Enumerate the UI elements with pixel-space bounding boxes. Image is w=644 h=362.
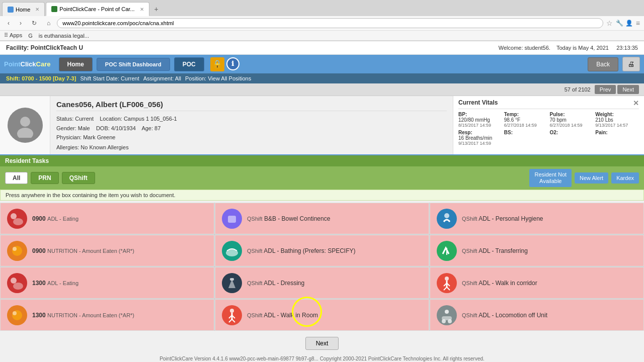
walk-room-icon <box>220 304 243 326</box>
avatar <box>8 108 43 143</box>
patient-nav: 57 of 2102 Prev Next <box>0 83 644 96</box>
welcome-text: Welcome: student56. <box>499 45 550 51</box>
bp-label: BP: <box>458 112 502 117</box>
vital-bp: BP: 120/80 mmHg 8/15/2017 14:59 <box>458 112 502 128</box>
task-qshift-dressing[interactable]: QShift ADL - Dressing <box>215 267 429 299</box>
resp-value: 16 Breaths/min <box>458 135 502 141</box>
apps-bookmark[interactable]: ⠿ Apps <box>4 32 22 39</box>
time-text: 23:13:35 <box>616 45 638 51</box>
patient-status: Status: Current <box>56 116 94 122</box>
task-qshift-hygiene-text: QShift ADL - Personal Hygiene <box>462 215 543 223</box>
task-qshift-transferring[interactable]: QShift ADL - Transferring <box>430 235 644 266</box>
custom-bookmark[interactable]: is euthanasia legal... <box>39 33 89 39</box>
vital-pulse: Pulse: 70 bpm 6/27/2018 14:59 <box>550 112 594 128</box>
vitals-grid: BP: 120/80 mmHg 8/15/2017 14:59 Temp: 98… <box>458 112 639 146</box>
pain-label: Pain: <box>595 130 639 135</box>
kardex-button[interactable]: Kardex <box>611 172 639 184</box>
task-qshift-locomotion-text: QShift ADL - Locomotion off Unit <box>462 311 547 320</box>
walk-corridor-icon <box>435 272 458 294</box>
task-qshift-bowel[interactable]: QShift B&B - Bowel Continence <box>215 203 429 234</box>
print-button[interactable]: 🖨 <box>622 57 640 71</box>
svg-point-7 <box>437 209 457 229</box>
patient-info-container: Canes056, Albert (LF006_056) Status: Cur… <box>0 96 644 155</box>
forward-nav-button[interactable]: › <box>16 18 25 28</box>
new-tab-button[interactable]: + <box>150 3 163 15</box>
transferring-icon <box>435 239 458 262</box>
google-bookmark[interactable]: G <box>28 33 33 39</box>
app-header: Facility: PointClickTeach U Welcome: stu… <box>0 41 644 55</box>
svg-point-30 <box>13 311 17 315</box>
nav-icons: 🔒 ℹ <box>210 57 239 71</box>
menu-icon[interactable]: ≡ <box>636 19 640 27</box>
vitals-area: Current Vitals ✕ BP: 120/80 mmHg 8/15/20… <box>453 96 644 154</box>
next-patient-button[interactable]: Next <box>617 85 639 94</box>
locomotion-icon <box>435 304 458 326</box>
task-qshift-hygiene[interactable]: QShift ADL - Personal Hygiene <box>430 203 644 234</box>
task-0900-nutrition[interactable]: 0900 NUTRITION - Amount Eaten (*AR*) <box>0 235 214 266</box>
new-alert-button[interactable]: New Alert <box>575 172 608 184</box>
vital-bs: BS: <box>504 130 548 146</box>
weight-value: 210 Lbs <box>595 117 639 123</box>
avatar-icon <box>13 113 38 138</box>
info-icon[interactable]: ℹ <box>226 57 239 70</box>
task-qshift-walk-corridor[interactable]: QShift ADL - Walk in corridor <box>430 267 644 299</box>
task-qshift-transferring-text: QShift ADL - Transferring <box>462 247 528 255</box>
footer-nav: Next <box>0 333 644 354</box>
bathing-icon <box>220 239 243 262</box>
hygiene-icon <box>435 207 458 230</box>
address-input[interactable] <box>57 18 603 28</box>
eating-icon-1 <box>6 207 28 230</box>
refresh-button[interactable]: ↻ <box>28 18 40 28</box>
temp-date: 6/27/2018 14:59 <box>504 123 548 128</box>
poc-button[interactable]: POC <box>174 57 204 71</box>
vital-temp: Temp: 98.6 °F 6/27/2018 14:59 <box>504 112 548 128</box>
svg-point-3 <box>11 213 17 219</box>
task-qshift-bathing[interactable]: QShift ADL - Bathing (Prefers: SPECIFY) <box>215 235 429 266</box>
home-button[interactable]: Home <box>59 57 93 71</box>
pcc-favicon <box>51 6 57 12</box>
next-button-bottom[interactable]: Next <box>305 337 339 350</box>
task-qshift-locomotion[interactable]: QShift ADL - Locomotion off Unit <box>430 299 644 331</box>
patient-name: Canes056, Albert (LF006_056) <box>56 100 447 111</box>
home-nav-button[interactable]: ⌂ <box>43 18 54 28</box>
resp-date: 9/13/2017 14:59 <box>458 141 502 146</box>
prev-button[interactable]: Prev <box>595 85 616 94</box>
svg-point-11 <box>13 247 17 251</box>
patient-dob: DOB: 4/10/1934 <box>96 125 136 131</box>
back-nav-button[interactable]: ‹ <box>4 18 13 28</box>
bp-date: 8/15/2017 14:59 <box>458 123 502 128</box>
tab-home[interactable]: Home ✕ <box>2 2 45 16</box>
shift-dashboard-button[interactable]: POC Shift Dashboard <box>97 58 170 71</box>
filter-prn-button[interactable]: PRN <box>31 172 58 184</box>
vitals-title: Current Vitals <box>458 99 498 107</box>
bs-label: BS: <box>504 130 548 135</box>
vitals-close[interactable]: ✕ <box>633 99 639 107</box>
tab-bar: Home ✕ PointClickCare - Point of Car... … <box>0 0 644 16</box>
dressing-icon <box>220 272 243 294</box>
vital-o2: O2: <box>550 130 594 146</box>
tab-pcc-close[interactable]: ✕ <box>140 7 144 12</box>
tab-pcc[interactable]: PointClickCare - Point of Car... ✕ <box>46 2 149 16</box>
task-0900-eating-1-text: 0900 ADL - Eating <box>32 215 78 223</box>
task-1300-eating[interactable]: 1300 ADL - Eating <box>0 267 214 299</box>
svg-point-18 <box>13 283 23 290</box>
resident-not-available-button[interactable]: Resident NotAvailable <box>529 169 572 187</box>
tab-home-close[interactable]: ✕ <box>35 7 39 12</box>
filter-all-button[interactable]: All <box>5 172 28 184</box>
shift-info: Shift: 0700 - 1500 [Day 7-3] <box>6 75 76 81</box>
bookmark-star[interactable]: ☆ <box>606 19 613 27</box>
task-1300-eating-text: 1300 ADL - Eating <box>32 279 78 288</box>
temp-value: 98.6 °F <box>504 117 548 123</box>
lock-icon[interactable]: 🔒 <box>210 57 224 71</box>
task-1300-nutrition[interactable]: 1300 NUTRITION - Amount Eaten (*AR*) <box>0 299 214 331</box>
avatar-area <box>0 96 50 154</box>
weight-date: 9/13/2017 14:57 <box>595 123 639 128</box>
task-qshift-walk-room[interactable]: QShift ADL - Walk in Room <box>215 299 429 331</box>
copyright: PointClickCare Version 4.4.1.6 www20-pcc… <box>0 354 644 362</box>
back-button[interactable]: Back <box>588 57 618 71</box>
patient-gender: Gender: Male <box>56 125 90 131</box>
svg-rect-20 <box>230 278 234 281</box>
task-0900-eating-1[interactable]: 0900 ADL - Eating <box>0 203 214 234</box>
svg-rect-6 <box>228 216 236 223</box>
filter-qshift-button[interactable]: QShift <box>62 172 95 184</box>
